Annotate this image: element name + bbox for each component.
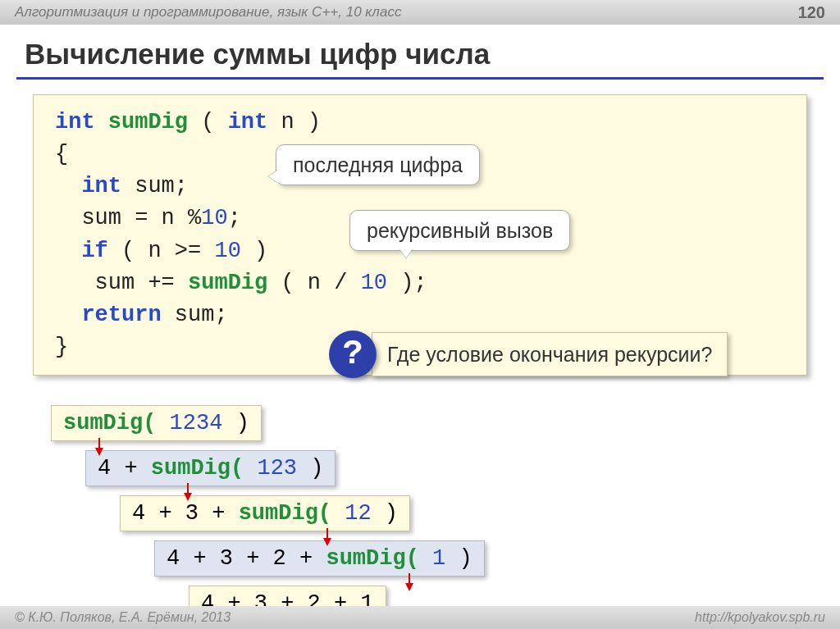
svg-marker-5 xyxy=(323,538,331,546)
page-title: Вычисление суммы цифр числа xyxy=(25,38,840,71)
svg-marker-7 xyxy=(405,583,413,591)
code-line-6: sum += sumDig ( n / 10 ); xyxy=(55,267,792,299)
arrow-icon xyxy=(322,528,333,546)
header: Алгоритмизация и программирование, язык … xyxy=(0,0,840,25)
trace-row-4: 4 + 3 + 2 + sumDig( 1 ) xyxy=(154,540,485,577)
svg-marker-3 xyxy=(184,493,192,501)
course-name: Алгоритмизация и программирование, язык … xyxy=(15,4,401,21)
code-line-7: return sum; xyxy=(55,299,792,331)
callout-recursive-call: рекурсивный вызов xyxy=(349,210,570,251)
trace-row-1: sumDig( 1234 ) xyxy=(51,405,262,441)
code-line-1: int sumDig ( int n ) xyxy=(55,107,792,139)
code-block: int sumDig ( int n ) { int sum; sum = n … xyxy=(33,94,807,376)
trace-row-2: 4 + sumDig( 123 ) xyxy=(85,450,336,486)
arrow-icon xyxy=(404,573,415,591)
question-mark-icon: ? xyxy=(329,330,377,378)
footer-copyright: © К.Ю. Поляков, Е.А. Ерёмин, 2013 xyxy=(15,610,231,625)
arrow-icon xyxy=(94,438,105,456)
question-banner: ? Где условие окончания рекурсии? xyxy=(329,330,728,378)
svg-marker-1 xyxy=(95,448,103,456)
trace-row-3: 4 + 3 + sumDig( 12 ) xyxy=(120,495,410,531)
footer: © К.Ю. Поляков, Е.А. Ерёмин, 2013 http:/… xyxy=(0,606,840,629)
callout-last-digit: последняя цифра xyxy=(276,144,480,185)
footer-url: http://kpolyakov.spb.ru xyxy=(695,610,825,625)
question-text: Где условие окончания рекурсии? xyxy=(372,332,728,376)
page-number: 120 xyxy=(798,3,825,22)
arrow-icon xyxy=(182,483,194,501)
trace-area: sumDig( 1234 ) 4 + sumDig( 123 ) 4 + 3 +… xyxy=(51,405,840,629)
title-underline xyxy=(16,77,824,80)
